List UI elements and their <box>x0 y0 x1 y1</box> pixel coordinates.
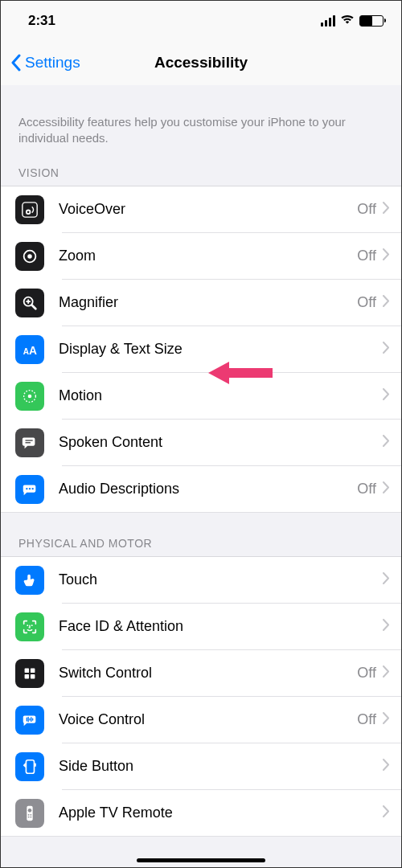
svg-rect-22 <box>25 674 29 678</box>
section-header-vision: VISION <box>1 158 401 186</box>
svg-point-19 <box>31 624 33 626</box>
svg-point-15 <box>26 487 27 489</box>
chevron-right-icon <box>383 712 390 727</box>
faceid-icon <box>15 612 44 641</box>
svg-point-16 <box>29 487 31 489</box>
chevron-right-icon <box>383 805 390 821</box>
side-button-icon <box>15 752 44 781</box>
row-touch[interactable]: Touch <box>1 557 401 604</box>
row-spoken-content[interactable]: Spoken Content <box>1 420 401 466</box>
row-zoom[interactable]: Zoom Off <box>1 233 401 280</box>
row-value: Off <box>357 248 376 264</box>
row-label: Touch <box>59 571 376 588</box>
row-faceid[interactable]: Face ID & Attention <box>1 604 401 650</box>
spoken-content-icon <box>15 428 44 457</box>
row-label: Voice Control <box>59 711 357 728</box>
svg-point-2 <box>27 211 30 213</box>
text-size-icon: AA <box>15 335 44 364</box>
intro-text: Accessibility features help you customis… <box>1 85 401 158</box>
chevron-right-icon <box>383 202 390 217</box>
svg-rect-21 <box>31 668 35 673</box>
back-button[interactable]: Settings <box>10 54 80 72</box>
row-label: VoiceOver <box>59 201 357 218</box>
svg-point-29 <box>30 813 31 815</box>
chevron-right-icon <box>383 342 390 357</box>
row-value: Off <box>357 711 376 728</box>
svg-rect-26 <box>27 805 32 820</box>
chevron-right-icon <box>383 295 390 310</box>
audio-descriptions-icon <box>15 475 44 504</box>
chevron-right-icon <box>383 435 390 450</box>
svg-point-28 <box>28 813 30 815</box>
row-label: Spoken Content <box>59 434 376 451</box>
svg-point-27 <box>28 809 32 813</box>
row-value: Off <box>357 665 376 682</box>
row-label: Magnifier <box>59 294 357 311</box>
row-display-text-size[interactable]: AA Display & Text Size <box>1 326 401 373</box>
status-time: 2:31 <box>28 13 55 29</box>
chevron-right-icon <box>383 665 390 681</box>
status-bar: 2:31 <box>1 1 401 41</box>
chevron-right-icon <box>383 388 390 403</box>
chevron-right-icon <box>383 619 390 634</box>
motion-icon <box>15 382 44 411</box>
row-side-button[interactable]: Side Button <box>1 743 401 790</box>
status-right <box>321 13 384 29</box>
row-value: Off <box>357 481 376 497</box>
chevron-right-icon <box>383 572 390 588</box>
row-voiceover[interactable]: VoiceOver Off <box>1 186 401 233</box>
row-magnifier[interactable]: Magnifier Off <box>1 280 401 326</box>
section-vision: VoiceOver Off Zoom Off Magnifier Off <box>1 186 401 513</box>
row-audio-descriptions[interactable]: Audio Descriptions Off <box>1 466 401 513</box>
svg-rect-23 <box>31 674 35 678</box>
touch-icon <box>15 566 44 595</box>
zoom-icon <box>15 242 44 271</box>
svg-point-30 <box>28 816 30 817</box>
apple-tv-remote-icon <box>15 799 44 828</box>
chevron-left-icon <box>10 54 22 72</box>
row-label: Zoom <box>59 248 357 264</box>
section-physical: Touch Face ID & Attention Switch Control… <box>1 556 401 837</box>
page-title: Accessibility <box>154 54 248 72</box>
row-value: Off <box>357 294 376 311</box>
row-value: Off <box>357 201 376 218</box>
arrow-annotation <box>208 358 273 391</box>
row-label: Audio Descriptions <box>59 481 357 497</box>
svg-point-31 <box>30 816 31 817</box>
svg-rect-20 <box>25 668 29 673</box>
svg-point-18 <box>27 624 28 626</box>
row-motion[interactable]: Motion <box>1 373 401 420</box>
chevron-right-icon <box>383 759 390 774</box>
switch-control-icon <box>15 659 44 688</box>
home-indicator <box>137 858 265 862</box>
svg-marker-32 <box>208 362 273 384</box>
row-apple-tv-remote[interactable]: Apple TV Remote <box>1 790 401 837</box>
nav-header: Settings Accessibility <box>1 41 401 85</box>
chevron-right-icon <box>383 481 390 497</box>
row-switch-control[interactable]: Switch Control Off <box>1 650 401 697</box>
svg-point-17 <box>31 487 33 489</box>
row-voice-control[interactable]: Voice Control Off <box>1 697 401 743</box>
svg-rect-0 <box>23 202 37 216</box>
svg-text:A: A <box>29 344 37 356</box>
row-label: Face ID & Attention <box>59 618 376 635</box>
row-label: Side Button <box>59 758 376 775</box>
back-label: Settings <box>25 54 80 72</box>
magnifier-icon <box>15 289 44 317</box>
chevron-right-icon <box>383 248 390 264</box>
row-label: Display & Text Size <box>59 341 376 358</box>
row-label: Switch Control <box>59 665 357 682</box>
svg-rect-24 <box>26 760 34 773</box>
svg-point-4 <box>27 254 32 259</box>
wifi-icon <box>340 13 355 29</box>
section-header-physical: PHYSICAL AND MOTOR <box>1 513 401 556</box>
voice-control-icon <box>15 706 44 735</box>
row-label: Apple TV Remote <box>59 805 376 821</box>
svg-rect-25 <box>35 763 36 767</box>
voiceover-icon <box>15 195 44 224</box>
svg-rect-13 <box>26 440 33 440</box>
svg-rect-14 <box>26 442 31 443</box>
svg-point-12 <box>28 394 32 398</box>
svg-line-8 <box>32 305 36 309</box>
battery-icon <box>359 15 384 27</box>
